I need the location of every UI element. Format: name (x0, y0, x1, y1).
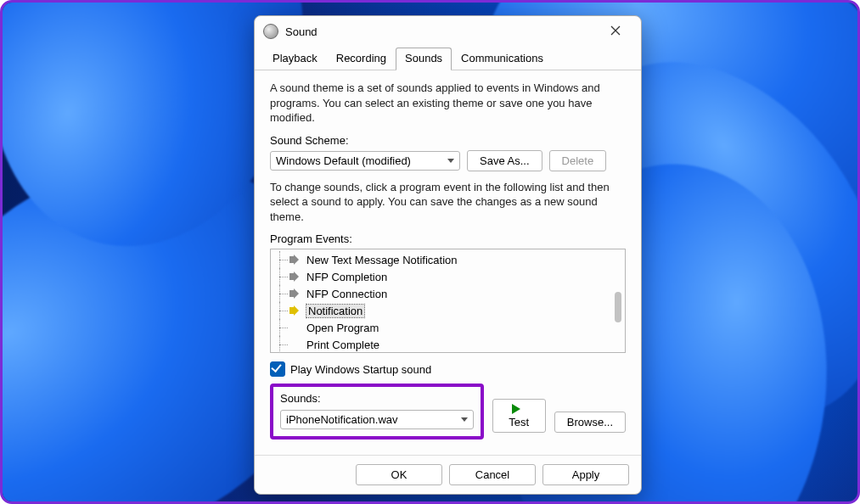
play-startup-sound-checkbox[interactable] (270, 361, 285, 377)
list-item[interactable]: Open Program (271, 319, 625, 336)
chevron-down-icon (447, 159, 454, 163)
tab-recording[interactable]: Recording (327, 48, 396, 70)
speaker-icon (289, 255, 301, 265)
test-label: Test (509, 416, 529, 428)
delete-button: Delete (549, 150, 607, 171)
sound-scheme-label: Sound Scheme: (270, 134, 626, 147)
list-item[interactable]: Print Complete (271, 336, 625, 353)
list-item[interactable]: New Text Message Notification (271, 251, 625, 268)
sound-file-value: iPhoneNotification.wav (286, 413, 398, 426)
close-button[interactable] (599, 23, 632, 40)
sound-scheme-select[interactable]: Windows Default (modified) (270, 151, 460, 171)
browse-button[interactable]: Browse... (554, 412, 626, 433)
tab-communications[interactable]: Communications (452, 48, 553, 70)
sounds-section-highlight: Sounds: iPhoneNotification.wav (270, 384, 484, 440)
dialog-body: A sound theme is a set of sounds applied… (255, 70, 641, 455)
sound-dialog: Sound Playback Recording Sounds Communic… (254, 15, 642, 495)
list-item[interactable]: NFP Completion (271, 268, 625, 285)
ok-button[interactable]: OK (356, 464, 442, 485)
event-label: NFP Completion (306, 271, 387, 283)
cancel-button[interactable]: Cancel (449, 464, 536, 485)
sound-control-panel-icon (263, 24, 278, 39)
sound-file-select[interactable]: iPhoneNotification.wav (280, 410, 474, 429)
window-title: Sound (285, 25, 599, 38)
event-label: NFP Connection (306, 288, 387, 300)
chevron-down-icon (461, 417, 468, 422)
test-button[interactable]: Test (492, 399, 546, 433)
list-item-selected[interactable]: Notification (271, 302, 625, 319)
tab-sounds[interactable]: Sounds (396, 48, 452, 70)
play-icon (512, 404, 520, 414)
scroll-thumb[interactable] (615, 292, 621, 322)
event-label: New Text Message Notification (306, 254, 458, 266)
program-events-label: Program Events: (270, 232, 626, 245)
dialog-footer: OK Cancel Apply (255, 455, 641, 494)
list-item[interactable]: NFP Connection (271, 285, 625, 302)
titlebar: Sound (255, 16, 641, 47)
event-label: Open Program (306, 322, 379, 334)
desktop-wallpaper: Sound Playback Recording Sounds Communic… (0, 0, 860, 504)
speaker-icon (289, 305, 301, 316)
sounds-description: A sound theme is a set of sounds applied… (270, 81, 626, 126)
event-label: Print Complete (306, 339, 379, 351)
save-as-button[interactable]: Save As... (467, 150, 542, 171)
event-label: Notification (306, 305, 364, 317)
listbox-scrollbar[interactable] (611, 251, 623, 350)
speaker-icon (289, 272, 301, 282)
close-icon (610, 25, 621, 36)
apply-button[interactable]: Apply (542, 464, 629, 485)
play-startup-sound-label: Play Windows Startup sound (290, 363, 431, 376)
sound-scheme-value: Windows Default (modified) (276, 154, 411, 167)
change-sounds-description: To change sounds, click a program event … (270, 180, 626, 225)
tab-strip: Playback Recording Sounds Communications (255, 47, 641, 70)
program-events-listbox[interactable]: New Text Message Notification NFP Comple… (270, 249, 626, 353)
tab-playback[interactable]: Playback (263, 48, 327, 70)
speaker-icon (289, 288, 301, 299)
sounds-label: Sounds: (280, 392, 474, 405)
